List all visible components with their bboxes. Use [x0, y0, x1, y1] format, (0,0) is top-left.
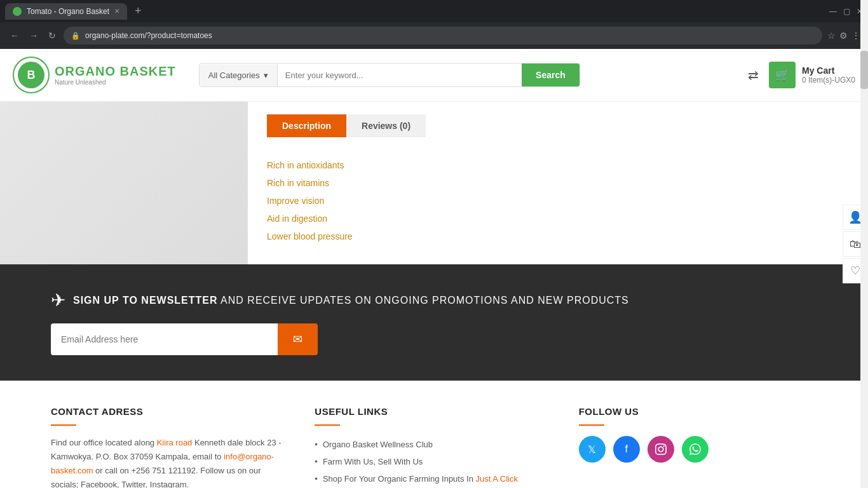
list-item: Lower blood pressure: [267, 227, 849, 245]
brand-name: ORGANO BASKET: [55, 64, 176, 79]
list-item: Aid in digestion: [267, 210, 849, 227]
shop-link[interactable]: Shop For Your Organic Farming Inputs In …: [323, 474, 518, 484]
benefits-list: Rich in antioxidants Rich in vitamins Im…: [267, 150, 849, 252]
search-bar: All Categories ▾ Search: [199, 63, 580, 87]
tagline: Nature Unleashed: [55, 79, 176, 86]
cart-icon: 🛍: [850, 238, 861, 251]
logo-area[interactable]: B ORGANO BASKET Nature Unleashed: [13, 57, 176, 93]
category-dropdown[interactable]: All Categories ▾: [200, 64, 278, 86]
newsletter-subtitle: AND RECEIVE UPDATES ON ONGOING PROMOTION…: [220, 295, 629, 306]
search-input[interactable]: [278, 64, 522, 86]
browser-tab[interactable]: Tomato - Organo Basket ✕: [5, 3, 127, 20]
shuffle-icon[interactable]: ⇄: [748, 67, 759, 83]
product-bg: Description Reviews (0) Rich in antioxid…: [0, 102, 868, 264]
site-header: B ORGANO BASKET Nature Unleashed All Cat…: [0, 49, 868, 102]
tab-reviews[interactable]: Reviews (0): [346, 114, 426, 137]
tab-description[interactable]: Description: [267, 114, 346, 137]
useful-links-divider: [315, 424, 340, 426]
browser-chrome: Tomato - Organo Basket ✕ + — ▢ ✕: [0, 0, 868, 22]
refresh-button[interactable]: ↻: [46, 28, 58, 43]
list-item: Shop For Your Organic Farming Inputs In …: [315, 470, 553, 487]
menu-icon[interactable]: ⋮: [851, 30, 860, 41]
paper-plane-icon: ✈: [51, 290, 65, 311]
logo-text: ORGANO BASKET Nature Unleashed: [55, 64, 176, 86]
useful-links-title: USEFUL LINKS: [315, 406, 553, 417]
tab-title: Tomato - Organo Basket: [27, 7, 109, 16]
newsletter-title-text: SIGN UP TO NEWSLETTER AND RECEIVE UPDATE…: [73, 295, 629, 306]
product-desc-area: Description Reviews (0) Rich in antioxid…: [248, 102, 868, 264]
address-bar[interactable]: 🔒 organo-plate.com/?product=tomatoes: [64, 27, 822, 44]
newsletter-title: ✈ SIGN UP TO NEWSLETTER AND RECEIVE UPDA…: [51, 290, 817, 311]
window-minimize[interactable]: —: [829, 7, 837, 16]
bookmark-icon[interactable]: ☆: [827, 30, 836, 41]
search-button[interactable]: Search: [522, 64, 580, 86]
footer: CONTACT ADRESS Find our office located a…: [0, 381, 868, 488]
browser-icons: ☆ ⚙ ⋮: [827, 30, 860, 41]
scrollbar-thumb[interactable]: [860, 51, 868, 89]
footer-follow: FOLLOW US 𝕏 f: [579, 406, 817, 488]
new-tab-button[interactable]: +: [135, 4, 142, 18]
forward-button[interactable]: →: [27, 28, 41, 43]
back-button[interactable]: ←: [8, 28, 22, 43]
cart-icon: 🛒: [775, 68, 789, 82]
cart-icon-box: 🛒: [769, 62, 796, 88]
list-item: Improve vision: [267, 192, 849, 210]
contact-title: CONTACT ADRESS: [51, 406, 289, 417]
list-item: Rich in vitamins: [267, 174, 849, 192]
header-right: ⇄ 🛒 My Cart 0 Item(s)-UGX0: [748, 62, 855, 88]
tab-close-button[interactable]: ✕: [114, 8, 119, 15]
twitter-button[interactable]: 𝕏: [579, 436, 606, 463]
product-image-area: [0, 102, 248, 264]
cart-button[interactable]: 🛒 My Cart 0 Item(s)-UGX0: [769, 62, 855, 88]
follow-divider: [579, 424, 604, 426]
follow-us-title: FOLLOW US: [579, 406, 817, 417]
logo-circle: B: [13, 57, 50, 93]
browser-nav: ← → ↻ 🔒 organo-plate.com/?product=tomato…: [0, 22, 868, 49]
cart-label: My Cart: [802, 65, 855, 76]
list-item: Rich in antioxidants: [267, 156, 849, 174]
social-icons: 𝕏 f: [579, 436, 817, 463]
heart-icon: ♡: [850, 264, 860, 278]
useful-links-list: Organo Basket Wellness Club Farm With Us…: [315, 436, 553, 488]
window-maximize[interactable]: ▢: [843, 7, 850, 16]
footer-useful-links: USEFUL LINKS Organo Basket Wellness Club…: [315, 406, 553, 488]
facebook-button[interactable]: f: [613, 436, 640, 463]
url-display: organo-plate.com/?product=tomatoes: [85, 31, 212, 40]
cart-text: My Cart 0 Item(s)-UGX0: [802, 65, 855, 85]
product-tabs: Description Reviews (0): [267, 114, 849, 137]
kiira-road-link[interactable]: Kiira road: [157, 438, 193, 447]
category-label: All Categories: [208, 71, 260, 80]
envelope-icon: ✉: [293, 333, 302, 346]
footer-contact: CONTACT ADRESS Find our office located a…: [51, 406, 289, 488]
cart-count: 0 Item(s)-UGX0: [802, 76, 855, 85]
list-item: Farm With Us, Sell With Us: [315, 453, 553, 470]
newsletter-submit-button[interactable]: ✉: [278, 323, 318, 355]
list-item: Organo Basket Wellness Club: [315, 436, 553, 453]
email-link[interactable]: info@organo-basket.com: [51, 452, 274, 475]
instagram-button[interactable]: [648, 436, 674, 463]
whatsapp-button[interactable]: [682, 436, 709, 463]
newsletter-form: ✉: [51, 323, 318, 355]
logo-letter: B: [18, 62, 44, 88]
contact-divider: [51, 424, 76, 426]
newsletter-section: ✈ SIGN UP TO NEWSLETTER AND RECEIVE UPDA…: [0, 264, 868, 381]
extensions-icon[interactable]: ⚙: [839, 30, 848, 41]
chevron-down-icon: ▾: [264, 71, 268, 80]
email-input[interactable]: [51, 323, 278, 355]
farm-link[interactable]: Farm With Us, Sell With Us: [323, 457, 423, 466]
main-content: Description Reviews (0) Rich in antioxid…: [0, 102, 868, 264]
contact-description: Find our office located along Kiira road…: [51, 436, 289, 488]
wellness-link[interactable]: Organo Basket Wellness Club: [323, 440, 433, 449]
tab-favicon: [13, 7, 22, 16]
scrollbar[interactable]: [860, 0, 868, 488]
